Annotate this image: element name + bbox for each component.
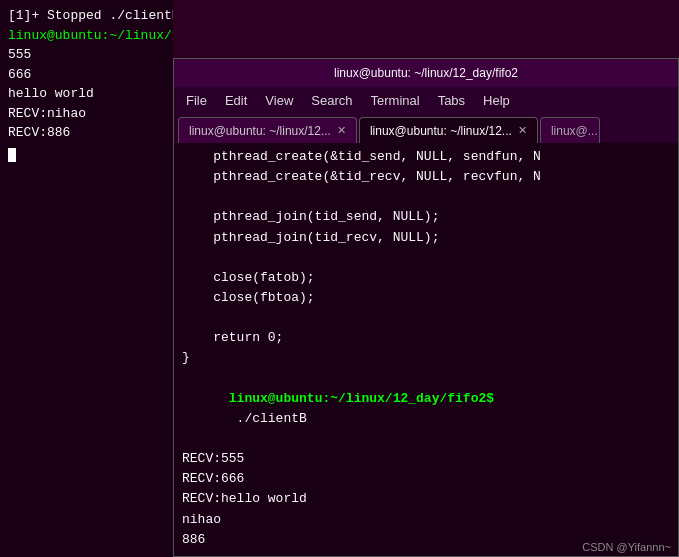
output-line-4: nihao bbox=[182, 510, 670, 530]
output-line-3: RECV:hello world bbox=[182, 489, 670, 509]
prompt-text: linux@ubuntu:~/linux/12_day/fifo2$ bbox=[229, 391, 494, 406]
menu-help[interactable]: Help bbox=[475, 91, 518, 110]
code-line-blank-2 bbox=[182, 248, 670, 268]
left-cursor-line bbox=[8, 143, 165, 163]
code-line-blank-3 bbox=[182, 308, 670, 328]
tab-2[interactable]: linux@ubuntu: ~/linux/12... ✕ bbox=[359, 117, 538, 143]
menu-tabs[interactable]: Tabs bbox=[430, 91, 473, 110]
left-line-1: [1]+ Stopped ./clientB bbox=[8, 6, 165, 26]
left-terminal: [1]+ Stopped ./clientB linux@ubuntu:~/li… bbox=[0, 0, 173, 557]
menu-view[interactable]: View bbox=[257, 91, 301, 110]
code-line-7: return 0; bbox=[182, 328, 670, 348]
tab-1-close[interactable]: ✕ bbox=[337, 124, 346, 137]
code-line-blank-1 bbox=[182, 187, 670, 207]
code-line-2: pthread_create(&tid_recv, NULL, recvfun,… bbox=[182, 167, 670, 187]
code-line-3: pthread_join(tid_send, NULL); bbox=[182, 207, 670, 227]
terminal-content: pthread_create(&tid_send, NULL, sendfun,… bbox=[174, 143, 678, 556]
tab-3-label: linux@... bbox=[551, 124, 598, 138]
code-line-6: close(fbtoa); bbox=[182, 288, 670, 308]
menu-edit[interactable]: Edit bbox=[217, 91, 255, 110]
menu-bar: File Edit View Search Terminal Tabs Help bbox=[174, 87, 678, 113]
code-line-5: close(fatob); bbox=[182, 268, 670, 288]
menu-search[interactable]: Search bbox=[303, 91, 360, 110]
code-line-8: } bbox=[182, 348, 670, 368]
left-line-7: RECV:886 bbox=[8, 123, 165, 143]
tab-1[interactable]: linux@ubuntu: ~/linux/12... ✕ bbox=[178, 117, 357, 143]
watermark: CSDN @Yifannn~ bbox=[582, 541, 671, 553]
tab-2-close[interactable]: ✕ bbox=[518, 124, 527, 137]
tab-2-label: linux@ubuntu: ~/linux/12... bbox=[370, 124, 512, 138]
menu-file[interactable]: File bbox=[178, 91, 215, 110]
menu-terminal[interactable]: Terminal bbox=[363, 91, 428, 110]
left-line-5: hello world bbox=[8, 84, 165, 104]
left-line-3: 555 bbox=[8, 45, 165, 65]
code-line-1: pthread_create(&tid_send, NULL, sendfun,… bbox=[182, 147, 670, 167]
cmd-text: ./clientB bbox=[229, 411, 307, 426]
output-line-2: RECV:666 bbox=[182, 469, 670, 489]
output-line-1: RECV:555 bbox=[182, 449, 670, 469]
tab-3[interactable]: linux@... bbox=[540, 117, 600, 143]
tab-bar: linux@ubuntu: ~/linux/12... ✕ linux@ubun… bbox=[174, 113, 678, 143]
tab-1-label: linux@ubuntu: ~/linux/12... bbox=[189, 124, 331, 138]
left-line-2: linux@ubuntu:~/linux/12_day/fifo2$ ./cli… bbox=[8, 26, 165, 46]
left-line-6: RECV:nihao bbox=[8, 104, 165, 124]
code-line-4: pthread_join(tid_recv, NULL); bbox=[182, 228, 670, 248]
left-line-4: 666 bbox=[8, 65, 165, 85]
title-bar-text: linux@ubuntu: ~/linux/12_day/fifo2 bbox=[182, 66, 670, 80]
title-bar: linux@ubuntu: ~/linux/12_day/fifo2 bbox=[174, 59, 678, 87]
prompt-line: linux@ubuntu:~/linux/12_day/fifo2$ ./cli… bbox=[182, 369, 670, 450]
right-terminal-window: linux@ubuntu: ~/linux/12_day/fifo2 File … bbox=[173, 58, 679, 557]
